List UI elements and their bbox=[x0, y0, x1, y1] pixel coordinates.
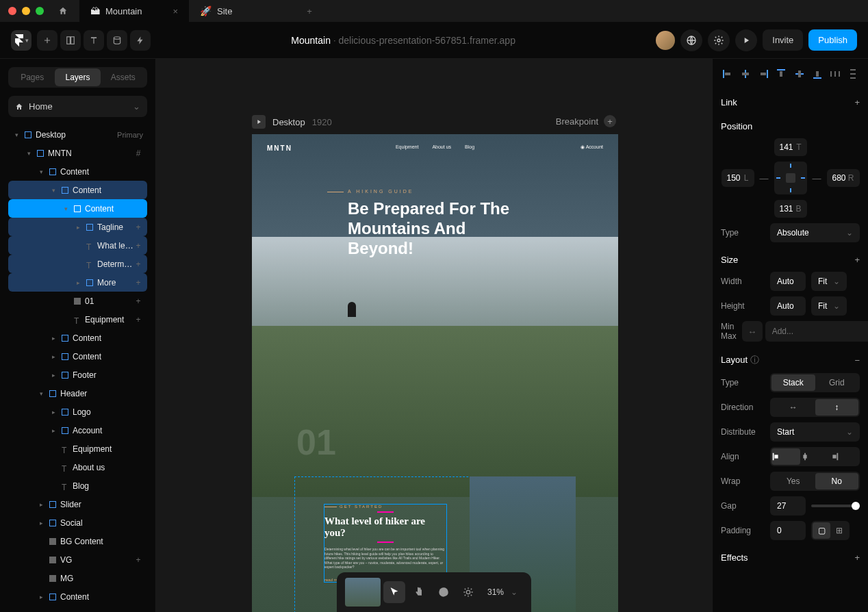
wrap-toggle[interactable]: YesNo bbox=[770, 472, 860, 491]
hand-tool-icon[interactable] bbox=[408, 581, 430, 603]
layout-type-label: Type bbox=[721, 378, 765, 387]
maximize-window-icon[interactable] bbox=[36, 7, 44, 15]
position-type-select[interactable]: Absolute⌄ bbox=[770, 223, 860, 242]
minimap[interactable] bbox=[345, 578, 381, 607]
framer-menu-button[interactable]: ▾ bbox=[11, 30, 31, 51]
gap-label: Gap bbox=[721, 501, 765, 511]
globe-icon[interactable] bbox=[680, 29, 702, 51]
publish-button[interactable]: Publish bbox=[808, 29, 857, 51]
layer-aboutus[interactable]: TAbout us bbox=[8, 458, 147, 476]
design-frame[interactable]: MNTN EquipmentAbout usBlog ◉ Account A H… bbox=[252, 134, 618, 612]
add-size-button[interactable]: + bbox=[854, 255, 860, 265]
layer-footer[interactable]: ▸Footer bbox=[8, 366, 147, 384]
home-selector[interactable]: Home ⌄ bbox=[8, 96, 147, 117]
gear-icon[interactable] bbox=[708, 29, 730, 51]
layer-equipment[interactable]: TEquipment+ bbox=[8, 310, 147, 329]
align-vcenter-icon[interactable] bbox=[793, 67, 806, 81]
layer-equipment-text[interactable]: TEquipment bbox=[8, 439, 147, 458]
zoom-control[interactable]: 31%⌄ bbox=[482, 587, 523, 597]
layout-section-header: Layout ⓘ− bbox=[721, 347, 860, 373]
window-controls bbox=[0, 7, 52, 15]
align-hcenter-icon[interactable] bbox=[739, 67, 752, 81]
layer-whatlevel[interactable]: TWhat le…+ bbox=[8, 236, 147, 255]
frame-header[interactable]: Desktop 1920 bbox=[252, 115, 332, 129]
actions-button[interactable] bbox=[130, 30, 151, 51]
add-effect-button[interactable]: + bbox=[854, 552, 860, 563]
tab-assets[interactable]: Assets bbox=[101, 68, 146, 86]
distribute-h-icon[interactable] bbox=[828, 67, 842, 81]
align-left-icon[interactable] bbox=[721, 67, 735, 81]
invite-button[interactable]: Invite bbox=[763, 29, 803, 51]
left-input[interactable]: 150L bbox=[722, 169, 754, 187]
insert-button[interactable] bbox=[37, 30, 58, 51]
layout-button[interactable] bbox=[60, 30, 81, 51]
canvas[interactable]: Desktop 1920 Breakpoint + MNTN Equipment… bbox=[156, 59, 712, 612]
cms-button[interactable] bbox=[107, 30, 127, 51]
play-icon[interactable] bbox=[735, 29, 757, 51]
layer-bgcontent[interactable]: BG Content bbox=[8, 532, 147, 550]
layer-logo[interactable]: ▸Logo bbox=[8, 403, 147, 421]
text-button[interactable] bbox=[84, 30, 104, 51]
layout-type-toggle[interactable]: StackGrid bbox=[770, 373, 860, 392]
layer-blog[interactable]: TBlog bbox=[8, 476, 147, 495]
width-fit-select[interactable]: Fit⌄ bbox=[811, 272, 847, 291]
layer-more[interactable]: ▸More+ bbox=[8, 273, 147, 292]
layer-content[interactable]: ▾Content bbox=[8, 162, 147, 181]
layer-tagline[interactable]: ▸Tagline+ bbox=[8, 218, 147, 236]
right-input[interactable]: 680R bbox=[827, 169, 860, 187]
minimize-window-icon[interactable] bbox=[22, 7, 30, 15]
anchor-control[interactable] bbox=[774, 162, 807, 194]
add-breakpoint-button[interactable]: + bbox=[604, 115, 616, 127]
collapse-layout-button[interactable]: − bbox=[854, 355, 860, 366]
align-right-icon[interactable] bbox=[756, 67, 770, 81]
width-input[interactable]: Auto bbox=[770, 272, 806, 291]
add-link-button[interactable]: + bbox=[854, 97, 860, 107]
layer-content-selected[interactable]: ▾Content bbox=[8, 199, 147, 218]
layer-social[interactable]: ▸Social bbox=[8, 513, 147, 532]
tab-layers[interactable]: Layers bbox=[55, 68, 100, 86]
play-frame-icon[interactable] bbox=[252, 115, 266, 129]
layer-content[interactable]: ▾Content bbox=[8, 181, 147, 199]
layer-desktop[interactable]: ▾DesktopPrimary bbox=[8, 125, 147, 144]
height-input[interactable]: Auto bbox=[770, 296, 806, 316]
minmax-icon[interactable]: ↔ bbox=[742, 321, 763, 342]
tab-pages[interactable]: Pages bbox=[10, 68, 55, 86]
layer-mntn[interactable]: ▾MNTN# bbox=[8, 144, 147, 162]
layer-account[interactable]: ▸Account bbox=[8, 421, 147, 439]
close-window-icon[interactable] bbox=[8, 7, 16, 15]
layer-content[interactable]: ▸Content bbox=[8, 329, 147, 347]
distribute-v-icon[interactable] bbox=[846, 67, 860, 81]
avatar[interactable] bbox=[656, 31, 675, 50]
minmax-input[interactable] bbox=[765, 321, 868, 342]
gap-slider[interactable] bbox=[811, 505, 860, 507]
height-fit-select[interactable]: Fit⌄ bbox=[811, 296, 847, 316]
close-icon[interactable]: × bbox=[173, 6, 178, 16]
svg-rect-23 bbox=[850, 77, 856, 79]
layer-determ[interactable]: TDeterm…+ bbox=[8, 255, 147, 273]
distribute-select[interactable]: Start⌄ bbox=[770, 422, 860, 442]
add-tab-button[interactable]: + bbox=[298, 0, 320, 22]
align-top-icon[interactable] bbox=[774, 67, 788, 81]
layer-content[interactable]: ▸Content bbox=[8, 587, 147, 606]
layer-slider[interactable]: ▸Slider bbox=[8, 495, 147, 513]
cursor-tool-icon[interactable] bbox=[383, 581, 405, 603]
layer-01[interactable]: 01+ bbox=[8, 292, 147, 310]
layer-vg[interactable]: VG+ bbox=[8, 550, 147, 569]
layer-content[interactable]: ▸Content bbox=[8, 347, 147, 366]
gap-input[interactable]: 27 bbox=[770, 496, 806, 515]
layer-header[interactable]: ▾Header bbox=[8, 384, 147, 403]
home-icon[interactable] bbox=[52, 6, 74, 16]
padding-mode-toggle[interactable]: ▢⊞ bbox=[811, 521, 850, 540]
bottom-input[interactable]: 131B bbox=[774, 200, 807, 218]
svg-rect-15 bbox=[798, 71, 801, 77]
top-input[interactable]: 141T bbox=[774, 138, 807, 156]
theme-tool-icon[interactable] bbox=[457, 581, 479, 603]
layer-mg[interactable]: MG bbox=[8, 569, 147, 587]
comment-tool-icon[interactable] bbox=[433, 581, 455, 603]
align-bottom-icon[interactable] bbox=[810, 67, 824, 81]
tab-site[interactable]: 🚀 Site bbox=[189, 0, 298, 22]
align-toggle[interactable] bbox=[770, 447, 860, 466]
padding-input[interactable]: 0 bbox=[770, 521, 806, 540]
direction-toggle[interactable]: ↔↕ bbox=[770, 398, 860, 417]
tab-mountain[interactable]: 🏔 Mountain × bbox=[79, 0, 189, 22]
